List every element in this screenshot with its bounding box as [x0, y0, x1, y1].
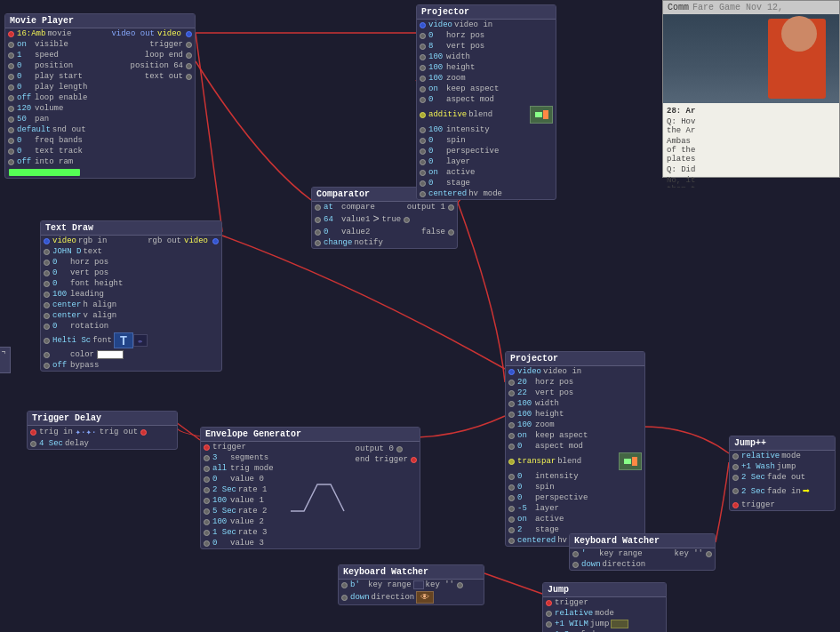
color-swatch[interactable] — [97, 350, 124, 359]
port[interactable] — [546, 611, 552, 617]
port[interactable] — [44, 363, 50, 369]
port[interactable] — [204, 498, 210, 504]
port[interactable] — [8, 138, 14, 144]
port[interactable] — [420, 22, 426, 28]
port[interactable] — [420, 170, 426, 176]
port[interactable] — [508, 422, 515, 428]
port[interactable] — [448, 204, 454, 211]
port[interactable] — [204, 530, 210, 536]
port[interactable] — [420, 127, 426, 133]
port[interactable] — [508, 538, 515, 544]
port[interactable] — [341, 582, 348, 588]
port[interactable] — [508, 459, 515, 465]
port[interactable] — [315, 240, 321, 246]
port[interactable] — [204, 508, 210, 515]
port[interactable] — [186, 52, 192, 59]
port[interactable] — [508, 369, 515, 375]
port[interactable] — [186, 42, 192, 48]
port[interactable] — [315, 204, 321, 211]
port[interactable] — [44, 352, 50, 358]
port[interactable] — [546, 600, 552, 606]
port[interactable] — [204, 487, 210, 493]
port[interactable] — [8, 127, 14, 133]
port[interactable] — [8, 148, 14, 155]
port[interactable] — [341, 595, 348, 601]
port[interactable] — [212, 238, 219, 244]
port[interactable] — [8, 74, 14, 80]
port[interactable] — [204, 540, 210, 547]
port[interactable] — [732, 488, 739, 494]
port[interactable] — [8, 42, 14, 48]
port[interactable] — [420, 65, 426, 71]
port[interactable] — [186, 31, 192, 37]
port[interactable] — [732, 464, 739, 470]
port[interactable] — [420, 44, 426, 50]
port[interactable] — [457, 582, 463, 588]
port[interactable] — [420, 112, 426, 118]
port[interactable] — [8, 95, 14, 101]
port[interactable] — [420, 191, 426, 197]
port[interactable] — [186, 63, 192, 69]
port[interactable] — [508, 390, 515, 396]
port[interactable] — [315, 217, 321, 223]
port[interactable] — [420, 33, 426, 39]
port[interactable] — [572, 551, 579, 557]
port[interactable] — [44, 324, 50, 330]
port[interactable] — [732, 475, 739, 481]
port[interactable] — [546, 621, 552, 628]
port[interactable] — [8, 31, 14, 37]
port[interactable] — [8, 63, 14, 69]
port[interactable] — [508, 484, 515, 491]
port[interactable] — [420, 148, 426, 155]
port[interactable] — [508, 495, 515, 501]
port[interactable] — [30, 441, 36, 447]
port[interactable] — [508, 380, 515, 386]
port[interactable] — [508, 444, 515, 450]
port[interactable] — [420, 86, 426, 92]
port[interactable] — [140, 429, 147, 436]
port[interactable] — [8, 116, 14, 123]
port[interactable] — [404, 217, 410, 223]
port[interactable] — [420, 76, 426, 82]
port[interactable] — [508, 412, 515, 418]
port[interactable] — [8, 106, 14, 112]
port[interactable] — [508, 506, 515, 512]
port[interactable] — [44, 238, 50, 244]
port[interactable] — [186, 74, 192, 80]
port[interactable] — [508, 527, 515, 533]
port[interactable] — [204, 466, 210, 472]
port[interactable] — [572, 562, 579, 568]
port[interactable] — [44, 270, 50, 276]
port[interactable] — [420, 54, 426, 60]
port[interactable] — [420, 97, 426, 103]
port[interactable] — [204, 519, 210, 525]
port[interactable] — [732, 453, 739, 460]
port[interactable] — [44, 292, 50, 298]
port[interactable] — [44, 260, 50, 266]
port[interactable] — [411, 457, 417, 463]
port[interactable] — [8, 52, 14, 59]
port[interactable] — [44, 338, 50, 344]
port[interactable] — [30, 429, 36, 436]
port[interactable] — [508, 516, 515, 523]
port[interactable] — [315, 229, 321, 236]
port[interactable] — [204, 476, 210, 483]
port[interactable] — [8, 84, 14, 91]
port[interactable] — [8, 159, 14, 165]
port[interactable] — [44, 302, 50, 308]
port[interactable] — [448, 229, 454, 236]
port[interactable] — [204, 444, 210, 451]
port[interactable] — [508, 401, 515, 407]
port[interactable] — [706, 551, 712, 557]
port[interactable] — [420, 180, 426, 187]
port[interactable] — [508, 433, 515, 439]
port[interactable] — [420, 159, 426, 165]
port[interactable] — [732, 502, 739, 508]
port[interactable] — [44, 313, 50, 319]
port[interactable] — [44, 281, 50, 287]
port[interactable] — [44, 249, 50, 255]
port[interactable] — [204, 455, 210, 461]
port[interactable] — [396, 446, 403, 452]
port[interactable] — [508, 474, 515, 480]
port[interactable] — [420, 138, 426, 144]
